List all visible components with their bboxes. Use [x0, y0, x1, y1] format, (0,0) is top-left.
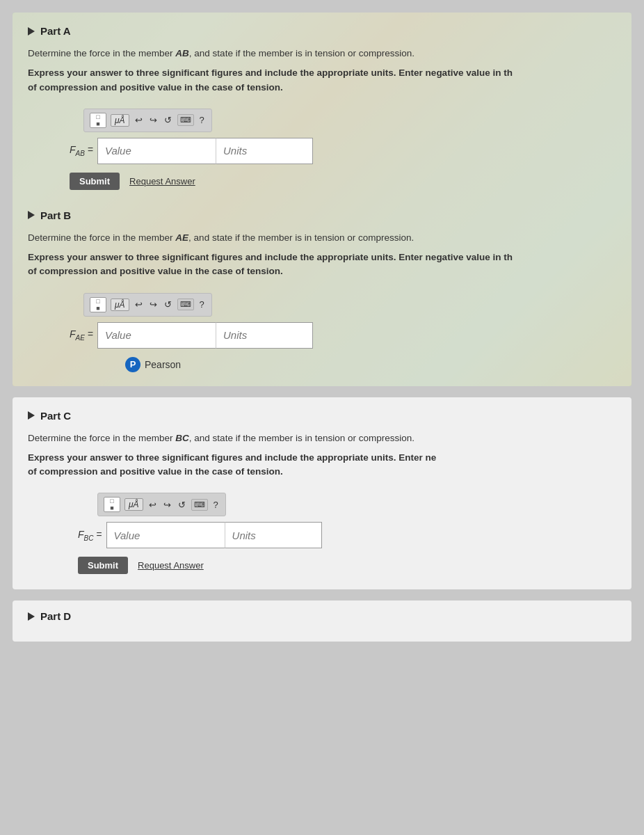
undo-btn-a[interactable]: ↩ — [134, 114, 144, 126]
part-a-desc2: Express your answer to three significant… — [28, 66, 616, 95]
pearson-icon-b: P — [125, 357, 140, 372]
value-input-a[interactable] — [97, 138, 216, 164]
request-answer-c[interactable]: Request Answer — [138, 560, 204, 571]
submit-btn-c[interactable]: Submit — [78, 557, 128, 574]
request-answer-a[interactable]: Request Answer — [129, 176, 195, 186]
toolbar-b: □■ μÅ ↩ ↪ ↺ ⌨ ? — [83, 293, 212, 317]
part-b-desc1: Determine the force in the member AE, an… — [28, 231, 616, 245]
part-c-header: Part C — [28, 410, 616, 422]
input-row-a: FAB = — [70, 138, 616, 164]
equation-label-a: FAB = — [70, 144, 93, 157]
submit-btn-a[interactable]: Submit — [70, 173, 120, 190]
redo-btn-c[interactable]: ↪ — [162, 499, 172, 511]
input-row-c: FBC = — [78, 522, 616, 548]
keyboard-btn-c[interactable]: ⌨ — [191, 499, 208, 511]
mu-btn-b[interactable]: μÅ — [111, 299, 129, 311]
value-input-c[interactable] — [106, 522, 225, 548]
mu-btn-a[interactable]: μÅ — [111, 114, 129, 127]
units-input-c[interactable] — [225, 522, 322, 548]
action-row-a: Submit Request Answer — [70, 173, 616, 190]
part-c-label: Part C — [40, 410, 71, 422]
help-btn-a[interactable]: ? — [198, 114, 206, 126]
pearson-row-b: P Pearson — [125, 357, 616, 372]
units-input-b[interactable] — [216, 322, 313, 349]
format-btn-a[interactable]: □■ — [90, 113, 106, 128]
part-a-header: Part A — [28, 25, 616, 37]
collapse-icon-d[interactable] — [28, 612, 35, 621]
pearson-label-b: Pearson — [145, 359, 181, 370]
toolbar-c: □■ μÅ ↩ ↪ ↺ ⌨ ? — [97, 493, 226, 516]
part-a-desc1: Determine the force in the member AB, an… — [28, 47, 616, 61]
redo-btn-a[interactable]: ↪ — [148, 114, 159, 126]
part-b-label: Part B — [40, 209, 71, 221]
part-d-header: Part D — [28, 610, 616, 622]
keyboard-btn-a[interactable]: ⌨ — [177, 114, 194, 126]
format-btn-c[interactable]: □■ — [104, 497, 120, 512]
part-d-label: Part D — [40, 610, 71, 622]
undo-btn-c[interactable]: ↩ — [147, 499, 158, 511]
refresh-btn-a[interactable]: ↺ — [163, 114, 173, 126]
collapse-icon-a[interactable] — [28, 27, 35, 35]
equation-label-c: FBC = — [78, 529, 102, 542]
part-c-desc2: Express your answer to three significant… — [28, 451, 616, 479]
format-btn-b[interactable]: □■ — [90, 297, 106, 312]
undo-btn-b[interactable]: ↩ — [134, 299, 144, 310]
value-input-b[interactable] — [97, 322, 216, 349]
mu-btn-c[interactable]: μÅ — [124, 498, 143, 511]
redo-btn-b[interactable]: ↪ — [148, 299, 159, 310]
collapse-icon-b[interactable] — [28, 211, 35, 219]
help-btn-b[interactable]: ? — [198, 299, 206, 310]
help-btn-c[interactable]: ? — [212, 499, 220, 511]
units-input-a[interactable] — [216, 138, 313, 164]
part-c-desc1: Determine the force in the member BC, an… — [28, 431, 616, 445]
refresh-btn-c[interactable]: ↺ — [177, 499, 187, 511]
input-row-b: FAE = — [70, 322, 616, 349]
action-row-c: Submit Request Answer — [78, 557, 616, 574]
part-b-desc2: Express your answer to three significant… — [28, 250, 616, 279]
equation-label-b: FAE = — [70, 328, 93, 342]
collapse-icon-c[interactable] — [28, 411, 35, 420]
keyboard-btn-b[interactable]: ⌨ — [177, 299, 194, 310]
refresh-btn-b[interactable]: ↺ — [163, 299, 173, 310]
toolbar-a: □■ μÅ ↩ ↪ ↺ ⌨ ? — [83, 109, 212, 132]
part-b-header: Part B — [28, 209, 616, 221]
part-a-label: Part A — [40, 25, 71, 37]
